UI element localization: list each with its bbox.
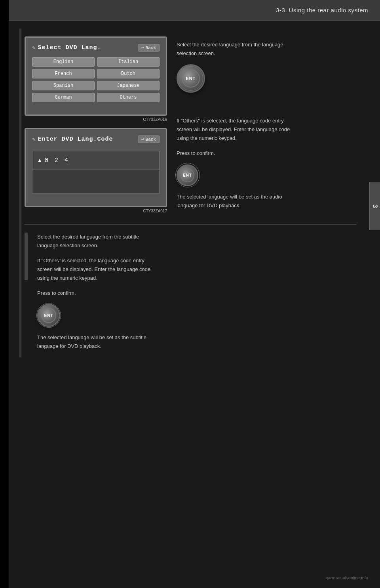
side-tab-label: 3 [371,204,378,208]
ent-button-3-inner: ENT [41,308,56,323]
left-margin-bar [0,0,9,588]
code-input-area: ▲ 0 2 4 [32,151,160,170]
text-block-4: The selected language will be set as the… [177,193,356,210]
lang-btn-spanish[interactable]: Spanish [32,81,95,90]
screen2-back-label: Back [146,137,156,142]
ent-label-2: ENT [183,173,192,178]
screen1-back-label: Back [146,46,156,50]
lang-btn-italian[interactable]: Italian [97,57,160,67]
code-cursor-symbol: ▲ [38,157,41,164]
screen1-back-button[interactable]: ↩ Back [138,44,160,52]
ent-button-2[interactable]: ENT [177,164,198,186]
lang-btn-french[interactable]: French [32,69,95,78]
text-block-5: Select the desired language from the sub… [37,233,356,250]
watermark: carmanualsonline.info [326,575,368,580]
ent-button-1[interactable]: ENT [177,64,205,93]
screen1-image-code: CTY33ZA016 [25,117,167,122]
ent-button-2-inner: ENT [180,168,194,182]
section2-bullet [25,233,28,280]
lang-btn-japanese[interactable]: Japanese [97,81,160,90]
side-tab: 3 [369,182,380,230]
back-arrow-icon: ↩ [141,45,144,50]
ent-label-3: ENT [44,313,53,318]
text-block-3: Press to confirm. [177,149,356,158]
text-block-2: If "Others" is selected, the language co… [177,116,356,143]
back-arrow-icon2: ↩ [141,137,144,142]
text-block-8: The selected language will be set as the… [37,333,356,351]
text-block-7: Press to confirm. [37,289,356,298]
lang-btn-english[interactable]: English [32,57,95,67]
code-display-value: 0 2 4 [44,157,69,164]
screen2-title: Enter DVD Lang.Code [38,136,113,143]
select-dvd-lang-screen: ✎ Select DVD Lang. ↩ Back EnglishItalian… [25,36,167,116]
ent-button-1-inner: ENT [182,69,200,88]
screen2-image-code: CTY33ZA017 [25,209,167,213]
text-block-1: Select the desired language from the lan… [177,40,356,58]
text-block-6: If "Others" is selected, the language co… [37,256,356,283]
ent-button-3[interactable]: ENT [37,304,60,327]
ent-label-1: ENT [186,76,196,81]
screen2-back-button[interactable]: ↩ Back [138,136,160,143]
code-display-lower [32,170,160,194]
enter-dvd-langcode-screen: ✎ Enter DVD Lang.Code ↩ Back ▲ 0 2 4 [25,128,167,207]
section-divider [25,224,356,225]
header-title: 3-3. Using the rear audio system [276,7,368,13]
screen1-title: Select DVD Lang. [38,44,101,51]
header-bar: 3-3. Using the rear audio system [0,0,380,21]
dvd-lang-section: ✎ Select DVD Lang. ↩ Back EnglishItalian… [25,29,356,357]
lang-btn-dutch[interactable]: Dutch [97,69,160,78]
lang-btn-german[interactable]: German [32,93,95,102]
lang-btn-others[interactable]: Others [97,93,160,102]
disc-icon: ✎ [32,44,35,51]
disc-icon2: ✎ [32,136,35,143]
language-grid: EnglishItalianFrenchDutchSpanishJapanese… [32,57,160,102]
